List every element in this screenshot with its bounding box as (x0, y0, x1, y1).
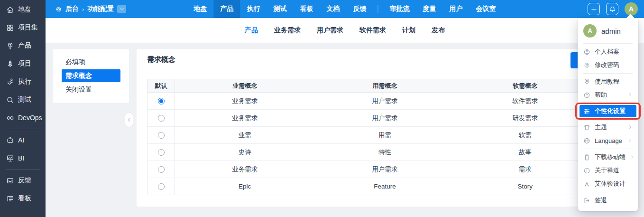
chevron-right-icon (627, 138, 633, 143)
menu-divider (583, 43, 633, 44)
user-menu-avatar: A (583, 24, 597, 38)
user-menu-item-tutorial[interactable]: 使用教程 (578, 75, 638, 88)
default-cell (147, 178, 175, 195)
default-radio[interactable] (158, 166, 165, 173)
panel-title: 需求概念 (147, 55, 175, 64)
settings-menu-item-story-concept[interactable]: 需求概念 (62, 69, 120, 82)
sidebar-divider (6, 169, 40, 170)
secondary-nav-item-plan[interactable]: 计划 (394, 26, 423, 35)
concept-cell: 用户需求 (315, 161, 455, 178)
top-nav-item-execution[interactable]: 执行 (240, 0, 267, 18)
default-cell (147, 93, 175, 110)
sidebar-item-feedback[interactable]: 反馈 (0, 171, 46, 189)
concept-cell: 研发需求 (455, 110, 596, 127)
user-menu-item-theme[interactable]: 主题 (578, 121, 638, 134)
concept-cell: 业务需求 (175, 93, 315, 110)
top-nav-item-meeting[interactable]: 会议室 (469, 0, 503, 18)
story-concept-table: 默认业需概念用需概念软需概念 业务需求用户需求软件需求业务需求用户需求研发需求业… (147, 79, 596, 195)
default-cell (147, 127, 175, 144)
top-nav-item-approval[interactable]: 审批流 (383, 0, 416, 18)
breadcrumb-current[interactable]: 功能配置 (87, 5, 114, 13)
secondary-nav: 产品业务需求用户需求软件需求计划发布 (46, 18, 644, 43)
default-radio[interactable] (158, 132, 165, 139)
magnifier-icon (6, 96, 14, 104)
default-radio[interactable] (158, 149, 165, 156)
top-nav-item-measure[interactable]: 度量 (416, 0, 443, 18)
chevron-right-icon (627, 124, 633, 130)
breadcrumb-dropdown-button[interactable] (117, 5, 126, 13)
breadcrumb-root[interactable]: 后台 (65, 5, 79, 13)
gear-icon (583, 62, 590, 69)
sidebar-item-label: 执行 (18, 77, 31, 86)
default-radio[interactable] (158, 115, 165, 122)
infinity-icon (6, 114, 14, 122)
secondary-nav-item-software-requirement[interactable]: 软件需求 (351, 26, 394, 35)
submenu-arrow (627, 137, 633, 144)
concept-cell: 史诗 (175, 144, 315, 161)
bell-icon (609, 6, 616, 13)
user-menu-item-ux-design[interactable]: 艾体验设计 (578, 177, 638, 190)
user-menu-item-language[interactable]: Language (578, 134, 638, 147)
sidebar-item-qa[interactable]: 测试 (0, 91, 46, 109)
top-nav: 地盘产品执行测试看板文档反馈审批流度量用户会议室 (187, 0, 503, 18)
highlighted-item-wrapper: 个性化设置 (580, 105, 636, 117)
user-menu-item-help[interactable]: 帮助 (578, 88, 638, 102)
submenu-arrow (630, 154, 635, 161)
concept-cell: 软需 (455, 127, 596, 144)
top-nav-item-product[interactable]: 产品 (214, 0, 240, 18)
user-menu-item-mobile-app[interactable]: 下载移动端 (578, 151, 638, 164)
sidebar-item-project[interactable]: 项目 (0, 55, 46, 73)
column-header: 软需概念 (455, 79, 596, 93)
sidebar-item-product[interactable]: 产品 (0, 37, 46, 55)
user-menu-item-change-password[interactable]: 修改密码 (578, 58, 638, 72)
sidebar-item-devops[interactable]: DevOps (0, 109, 46, 127)
column-header: 用需概念 (315, 79, 455, 93)
concept-cell: 特性 (315, 144, 455, 161)
sidebar-item-kanban[interactable]: 看板 (0, 189, 46, 208)
sidebar-item-dashboard[interactable]: 地盘 (0, 0, 46, 19)
main-panel: 需求概念 默认业需概念用需概念软需概念 业务需求用户需求软件需求业务需求用户需求… (137, 49, 636, 207)
column-header: 业需概念 (175, 79, 315, 93)
user-avatar[interactable]: A (625, 2, 638, 16)
sidebar-item-label: 看板 (18, 194, 31, 203)
settings-menu-item-closed-features[interactable]: 关闭设置 (62, 83, 120, 96)
plus-icon (590, 6, 598, 13)
top-nav-item-user[interactable]: 用户 (443, 0, 469, 18)
sidebar-item-ai[interactable]: AI (0, 131, 46, 149)
secondary-nav-item-release[interactable]: 发布 (423, 26, 453, 35)
concept-cell: 软件需求 (455, 93, 596, 110)
top-nav-item-dashboard[interactable]: 地盘 (187, 0, 214, 18)
bulb-icon (6, 42, 14, 50)
top-nav-item-qa[interactable]: 测试 (267, 0, 294, 18)
concept-cell: 用户需求 (315, 93, 455, 110)
notifications-button[interactable] (606, 3, 618, 15)
user-menu-item-personalize[interactable]: 个性化设置 (580, 105, 636, 117)
secondary-nav-item-product[interactable]: 产品 (237, 26, 266, 35)
user-menu-item-logout[interactable]: 签退 (578, 194, 638, 207)
sidebar-item-label: AI (18, 136, 24, 144)
table-row: EpicFeatureStory (147, 178, 596, 195)
settings-menu-item-required-fields[interactable]: 必填项 (62, 56, 120, 68)
user-menu-item-label: 修改密码 (595, 61, 619, 69)
user-menu-item-profile[interactable]: 个人档案 (578, 45, 638, 58)
sidebar-item-bi[interactable]: BI (0, 149, 46, 167)
column-header: 默认 (147, 79, 175, 93)
sidebar-item-program[interactable]: 项目集 (0, 19, 46, 37)
table-row: 史诗特性故事 (147, 144, 596, 161)
sidebar-item-execution[interactable]: 执行 (0, 73, 46, 91)
user-menu-item-label: 个人档案 (595, 47, 619, 56)
secondary-nav-item-user-requirement[interactable]: 用户需求 (309, 26, 351, 35)
concept-cell: 业务需求 (175, 110, 315, 127)
top-nav-item-feedback[interactable]: 反馈 (347, 0, 373, 18)
default-radio[interactable] (158, 183, 165, 190)
user-menu-item-about-zentao[interactable]: 关于禅道 (578, 164, 638, 177)
add-button[interactable] (588, 3, 600, 15)
sidebar-item-label: 测试 (18, 95, 31, 104)
top-nav-item-kanban[interactable]: 看板 (294, 0, 320, 18)
default-radio[interactable] (158, 98, 165, 104)
default-cell (147, 110, 175, 127)
concept-cell: Feature (315, 178, 455, 195)
collapse-panel-button[interactable] (125, 112, 133, 127)
top-nav-item-doc[interactable]: 文档 (320, 0, 347, 18)
secondary-nav-item-business-requirement[interactable]: 业务需求 (266, 26, 309, 35)
